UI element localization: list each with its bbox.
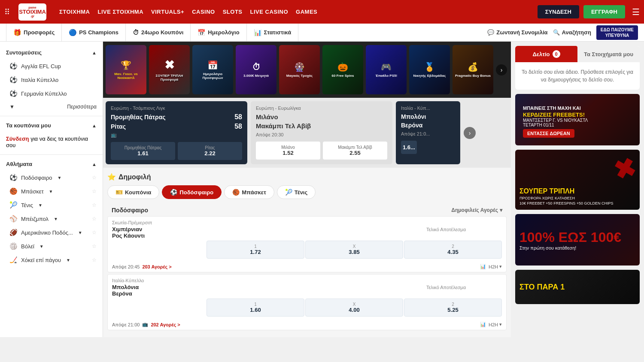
betslip-tabs: Δελτίο 0 Τα Στοιχήματά μου (515, 46, 640, 62)
coupons-header[interactable]: Τα κουπόνια μου ▲ (0, 119, 103, 132)
nav-coupon24[interactable]: ⏱ 24ωρο Κουπόνι (126, 24, 191, 41)
more-shortcuts[interactable]: ▼ Περισσότερα (0, 100, 103, 113)
nav-live[interactable]: LIVE ΣΤΟΙΧΗΜΑ (98, 9, 144, 15)
promo-card-countdown[interactable]: ⏱ 3.000€ Μετρητά (236, 45, 276, 94)
promo-banner-tripli[interactable]: ΣΟΥΠΕΡ ΤΡΙΠΛΗ ΠΡΟΣΦΟΡΑ ΧΩΡΙΣ ΚΑΤΑΘΕΣΗ 10… (515, 150, 640, 210)
hamburger-icon[interactable]: ☰ (632, 7, 640, 17)
match-footer: Απόψε 21:00 📺 202 Αγορές > 📊 H2H ▾ (108, 320, 506, 330)
sidebar-item-basketball[interactable]: 🏀 Μπάσκετ ▼ ☆ (0, 184, 103, 198)
match-league-label: Σκωτία-Πρέμιερσιπ (112, 220, 390, 225)
star-icon[interactable]: ☆ (92, 188, 97, 194)
nav-live-casino[interactable]: LIVE CASINO (250, 9, 289, 15)
shortcuts-header[interactable]: Συντομεύσεις ▲ (0, 46, 103, 59)
live-chat-button[interactable]: 💬 Ζωντανή Συνομιλία (487, 29, 547, 36)
more-markets-button[interactable]: 202 Αγορές > (151, 322, 180, 327)
h2h-button[interactable]: H2H ▾ (489, 264, 502, 269)
hundred-subtitle: Στην πρώτη σου κατάθεση! (519, 245, 621, 250)
match-odd-2[interactable]: 2 4.35 (404, 241, 502, 259)
nav-virtuals[interactable]: VIRTUALS+ (151, 9, 184, 15)
odd-btn-partial[interactable]: 1.6... (401, 141, 417, 154)
para-title: ΣΤΟ ΠΑΡΑ 1 (519, 283, 565, 292)
team2-name: Μακάμπι Τελ Αβίβ (256, 122, 311, 130)
live-match-promitheas[interactable]: Ευρώπη - Τσάμπιονς Λιγκ Προμηθέας Πάτρας… (106, 101, 247, 164)
popular-markets-button[interactable]: Δημοφιλείς Αγορές ▾ (451, 207, 502, 213)
ps-banner-cta[interactable]: ΕΝΤΑΣΣΕ ΔΩΡΕΑΝ (523, 129, 574, 138)
promo-card-label: Ημερολόγιο Προσφορών (194, 72, 231, 80)
live-match-milano[interactable]: Ευρώπη - Ευρωλίγκα Μιλάνο Μακάμπι Τελ Αβ… (251, 101, 392, 164)
match-odds-row: 1 1.60 Χ 4.00 2 5.25 (108, 299, 506, 320)
odd-btn-1[interactable]: Προμηθέας Πάτρας 1.61 (111, 142, 175, 160)
nav-stoixima[interactable]: ΣΤΟΙΧΗΜΑ (59, 9, 90, 15)
promo-banner-para[interactable]: ΣΤΟ ΠΑΡΑ 1 (515, 270, 640, 304)
sidebar-item-tennis[interactable]: 🎾 Τένις ▼ ☆ (0, 198, 103, 212)
football-icon: ⚽ (9, 76, 18, 84)
star-icon[interactable]: ☆ (92, 175, 97, 181)
star-icon[interactable]: ☆ (92, 257, 97, 263)
sidebar-item-baseball[interactable]: ⚾ Μπέιζμπολ ▼ ☆ (0, 212, 103, 226)
hundred-title: 100% ΕΩΣ 100€ (519, 229, 621, 245)
promo-card-super-tripli[interactable]: ✖ ΣΟΥΠΕΡ ΤΡΙΠΛΗ Προσφορά (149, 45, 190, 94)
promo-banner-hundred[interactable]: 100% ΕΩΣ 100€ Στην πρώτη σου κατάθεση! (515, 214, 640, 265)
team1-name: Μπολόνι (401, 113, 426, 120)
promo-card-free-spins[interactable]: 🎃 60 Free Spins (322, 45, 363, 94)
tab-football[interactable]: ⚽ Ποδόσφαιρο (162, 185, 222, 199)
odd-btn-2[interactable]: Ρίτας 2.22 (178, 142, 242, 160)
nav-stats[interactable]: 📊 Στατιστικά (247, 24, 299, 41)
promo-card-offers[interactable]: 📅 Ημερολόγιο Προσφορών (192, 45, 233, 94)
baseball-icon: ⚾ (9, 215, 18, 223)
sidebar-item-ice-hockey[interactable]: 🏒 Χόκεϊ επί πάγου ▼ ☆ (0, 253, 103, 267)
promo-card-ps-champions[interactable]: 🏆 Μαν. Γιουν. vs Νιούκαστλ (106, 45, 146, 94)
sports-header[interactable]: Αθλήματα ▲ (0, 157, 103, 171)
promo-card-ps5-prize[interactable]: 🎮 Έπαθλο PS5! (366, 45, 407, 94)
tab-label: Κουπόνια (125, 189, 151, 196)
grid-icon[interactable]: ⠿ (4, 7, 10, 17)
star-icon[interactable]: ☆ (92, 216, 97, 222)
match-odd-x[interactable]: Χ 3.85 (305, 241, 403, 259)
h2h-button[interactable]: H2H ▾ (489, 322, 502, 327)
odd-btn-1[interactable]: Μιλάνο 1.52 (256, 142, 320, 160)
tab-basketball[interactable]: 🏀 Μπάσκετ (224, 185, 274, 199)
match-odd-x[interactable]: Χ 4.00 (305, 299, 403, 317)
nav-casino[interactable]: CASINO (192, 9, 215, 15)
betslip-tab-my-bets[interactable]: Τα Στοιχήματά μου (577, 46, 640, 62)
betslip-badge: 0 (553, 50, 560, 58)
match-odd-2[interactable]: 2 5.25 (404, 299, 502, 317)
sidebar-item-england-efl[interactable]: ⚽ Αγγλία EFL Cup (0, 59, 103, 73)
promo-card-magic-wheel[interactable]: 🎡 Μαγικός Τροχός (279, 45, 320, 94)
sidebar-item-football[interactable]: ⚽ Ποδόσφαιρο ▼ ☆ (0, 171, 103, 184)
match-odd-1[interactable]: 1 1.72 (207, 241, 304, 259)
login-link[interactable]: Σύνδεση (6, 136, 29, 142)
nav-ps-champions[interactable]: 🔵 PS Champions (62, 24, 126, 41)
match-odd-1[interactable]: 1 1.60 (207, 299, 304, 317)
nav-games[interactable]: GAMES (296, 9, 317, 15)
promo-card-weekly-winner[interactable]: 🏅 Νικητής Εβδομάδας (409, 45, 450, 94)
sidebar-item-germany-cup[interactable]: ⚽ Γερμανία Κύπελλο (0, 87, 103, 100)
betslip-empty-text: Το δελτίο σου είναι άδειο. Πρόσθεσε επιλ… (515, 62, 640, 90)
login-button[interactable]: ΣΥΝΔΕΣΗ (538, 5, 579, 18)
sidebar-item-italy-cup[interactable]: ⚽ Ιταλία Κύπελλο (0, 73, 103, 87)
live-match-bolonia[interactable]: Ιταλία - Κύπ... Μπολόνι Βερόνα Απόψε 21:… (396, 101, 460, 164)
star-icon[interactable]: ☆ (92, 202, 97, 208)
betslip-tab-deltio[interactable]: Δελτίο 0 (515, 46, 577, 62)
sidebar-item-volleyball[interactable]: 🏐 Βόλεϊ ▼ ☆ (0, 239, 103, 253)
sidebar-item-label: Ιταλία Κύπελλο (21, 77, 58, 83)
nav-slots[interactable]: SLOTS (223, 9, 243, 15)
logo[interactable]: pame STOIXIMA .gr (18, 3, 46, 21)
nav-offers[interactable]: 🎁 Προσφορές (6, 24, 62, 41)
promo-card-pragmatic[interactable]: 💰 Pragmatic Buy Bonus (453, 45, 493, 94)
tab-coupons[interactable]: 🎫 Κουπόνια (107, 185, 159, 199)
promo-next-button[interactable]: › (496, 64, 507, 75)
sidebar-item-american-football[interactable]: 🏈 Αμερικάνικο Ποδός... ▼ ☆ (0, 226, 103, 239)
tab-tennis[interactable]: 🎾 Τένις (277, 185, 316, 199)
match-teams-col: Σκωτία-Πρέμιερσιπ Χιμπέρνιαν Ρος Κάουντι (112, 220, 390, 239)
live-matches-next-button[interactable]: › (464, 127, 476, 139)
star-icon[interactable]: ☆ (92, 243, 97, 249)
register-button[interactable]: ΕΓΓΡΑΦΗ (583, 5, 625, 18)
odd-type: 2 (452, 244, 454, 249)
search-button[interactable]: 🔍 Αναζήτηση (553, 29, 591, 36)
more-markets-button[interactable]: 203 Αγορές > (142, 264, 171, 269)
odd-btn-2[interactable]: Μακάμπι Τελ Αβίβ 2.55 (323, 142, 387, 160)
nav-calendar[interactable]: 📅 Ημερολόγιο (191, 24, 246, 41)
star-icon[interactable]: ☆ (92, 229, 97, 235)
promo-banner-ps[interactable]: ΜΠΑΙΝΕΙΣ ΣΤΗ ΜΑΧΗ ΚΑΙ ΚΕΡΔΙΖΕΙΣ FREEBETS… (515, 94, 640, 145)
